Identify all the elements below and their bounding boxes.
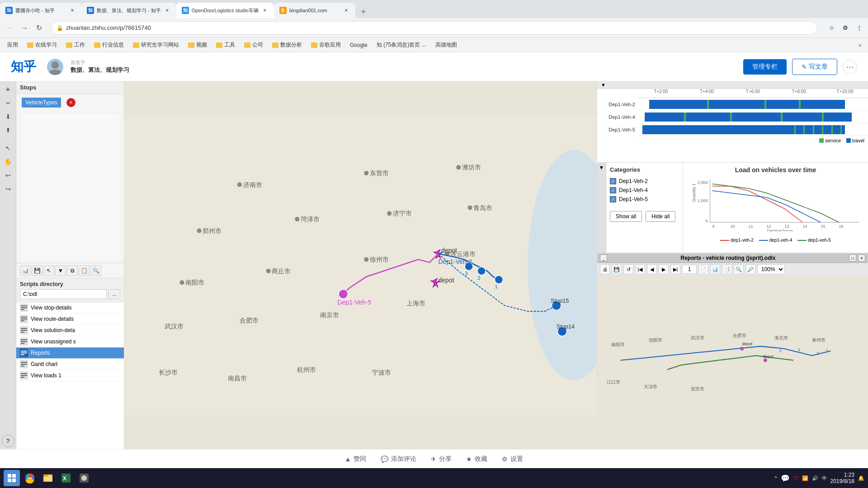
taskbar-excel-icon[interactable]: X	[58, 470, 74, 486]
scripts-dir-input[interactable]	[20, 289, 107, 299]
reports-close-button[interactable]: ×	[858, 254, 865, 262]
sidebar-redo[interactable]: ↪	[2, 183, 14, 195]
systray-volume-icon[interactable]: 🔊	[812, 475, 818, 481]
action-btn-save[interactable]: 💾	[32, 265, 42, 276]
taskbar-time[interactable]: 1:23 2019/8/18	[830, 472, 854, 484]
vehicle-types-item[interactable]: VehicleTypes	[22, 98, 61, 108]
scripts-browse-button[interactable]: ...	[108, 289, 120, 299]
taskbar-app-icon[interactable]	[76, 470, 92, 486]
systray-ime-icon[interactable]: 中	[822, 475, 827, 482]
tab-close-3[interactable]: ×	[261, 7, 269, 14]
systray-antivirus-icon[interactable]: 🛡	[793, 475, 798, 481]
script-item-view-stop-details[interactable]: View stop-details	[16, 302, 124, 314]
action-btn-paste[interactable]: 📋	[79, 265, 90, 276]
reports-first-page-button[interactable]: |◀	[635, 264, 645, 274]
categories-collapse-button[interactable]: ▼	[597, 163, 606, 253]
close-vehicle-types-button[interactable]: ×	[66, 98, 75, 107]
tab-close-2[interactable]: ×	[164, 7, 171, 14]
action-btn-search[interactable]: 🔍	[90, 265, 101, 276]
new-tab-button[interactable]: +	[357, 5, 370, 18]
category-checkbox-1[interactable]: ✓	[610, 178, 616, 184]
manage-column-button[interactable]: 管理专栏	[743, 59, 787, 75]
script-item-reports[interactable]: Reports	[16, 347, 124, 359]
reports-save-button[interactable]: 💾	[612, 264, 622, 274]
reports-minimize-button[interactable]: _	[600, 254, 607, 262]
share-action[interactable]: ✈ 分享	[431, 455, 452, 463]
reports-export-pdf-button[interactable]: 📑	[722, 264, 732, 274]
menu-icon[interactable]: ⋮	[854, 23, 864, 33]
script-item-view-unassigned[interactable]: View unassigned s	[16, 336, 124, 347]
sidebar-tool-3[interactable]: ⬇	[2, 110, 14, 123]
extensions-icon[interactable]: ⚙	[840, 23, 851, 33]
reports-refresh-button[interactable]: ↺	[623, 264, 633, 274]
bookmark-gaode[interactable]: 高德地图	[432, 40, 461, 50]
bookmark-tools[interactable]: 工具	[212, 40, 239, 50]
settings-action[interactable]: ⚙ 设置	[502, 455, 523, 463]
thumbs-up-action[interactable]: ▲ 赞同	[345, 455, 367, 463]
taskbar-explorer-icon[interactable]	[40, 470, 56, 486]
tab-1[interactable]: 知 覆國寺小吃 - 知乎 ×	[0, 3, 81, 18]
reports-zoom-in-button[interactable]: 🔍	[734, 264, 744, 274]
tab-close-4[interactable]: ×	[343, 7, 350, 14]
more-options-button[interactable]: ···	[843, 60, 857, 74]
reports-restore-button[interactable]: □	[849, 254, 856, 262]
sidebar-zoom-in[interactable]: +	[2, 83, 14, 96]
tab-close-1[interactable]: ×	[69, 7, 76, 14]
reports-export-excel-button[interactable]: 📊	[710, 264, 720, 274]
map-area[interactable]: 济南市 东营市 潍坊市 郑州市 菏泽市 济宁市 青岛市 南阳市 商丘市 徐州市 …	[124, 81, 597, 449]
bookmark-industry[interactable]: 行业信息	[90, 40, 127, 50]
sidebar-pan-tool[interactable]: ✋	[2, 155, 14, 168]
category-checkbox-3[interactable]: ✓	[610, 196, 616, 202]
reports-export-button[interactable]: 📄	[698, 264, 708, 274]
reports-last-page-button[interactable]: ▶|	[670, 264, 680, 274]
reports-zoom-select[interactable]: 100% 75% 125% 150%	[757, 264, 785, 274]
bookmark-more-button[interactable]: »	[856, 41, 864, 49]
refresh-button[interactable]: ↻	[33, 22, 45, 34]
bookmark-research[interactable]: 研究生学习网站	[129, 40, 183, 50]
gantt-collapse-button[interactable]: ▼	[601, 82, 606, 88]
script-item-view-route-details[interactable]: View route-details	[16, 314, 124, 325]
reports-prev-page-button[interactable]: ◀	[647, 264, 657, 274]
reports-next-page-button[interactable]: ▶	[659, 264, 669, 274]
bookmark-google-apps[interactable]: 谷歌应用	[307, 40, 344, 50]
reports-zoom-out-button[interactable]: 🔎	[745, 264, 755, 274]
sidebar-zoom-out[interactable]: −	[2, 97, 14, 109]
systray-wechat-icon[interactable]: 💬	[781, 474, 790, 483]
bookmark-online-learning[interactable]: 在线学习	[24, 40, 61, 50]
bookmark-star-icon[interactable]: ☆	[826, 23, 837, 33]
back-button[interactable]: ←	[4, 22, 16, 34]
taskbar-chrome-icon[interactable]	[22, 470, 38, 486]
hide-all-button[interactable]: Hide all	[646, 211, 675, 222]
systray-wifi-icon[interactable]: 📶	[802, 475, 808, 481]
show-all-button[interactable]: Show all	[610, 211, 642, 222]
bookmark-work[interactable]: 工作	[62, 40, 89, 50]
forward-button[interactable]: →	[18, 22, 31, 34]
reports-page-input[interactable]	[682, 265, 697, 274]
reports-print-button[interactable]: 🖨	[600, 264, 610, 274]
systray-notification-icon[interactable]: 🔔	[858, 475, 864, 481]
script-item-view-solution[interactable]: View solution-deta	[16, 325, 124, 336]
action-btn-copy[interactable]: ⧉	[67, 265, 78, 276]
tab-2[interactable]: 知 数据、算法、规划学习 - 知乎 ×	[81, 3, 176, 18]
bookmark-video[interactable]: 视频	[184, 40, 211, 50]
sidebar-undo[interactable]: ↩	[2, 169, 14, 182]
action-btn-select[interactable]: ↖	[43, 265, 54, 276]
systray-show-hidden-icon[interactable]: ^	[774, 475, 777, 481]
tab-4[interactable]: B bingdian001.com ×	[274, 3, 355, 18]
bookmark-zhihu-home[interactable]: 知 (75条消息)首页 ...	[373, 40, 430, 50]
comment-action[interactable]: 💬 添加评论	[381, 455, 416, 463]
collect-action[interactable]: ★ 收藏	[466, 455, 487, 463]
sidebar-help[interactable]: ?	[2, 435, 14, 447]
sidebar-tool-4[interactable]: ⬆	[2, 124, 14, 136]
bookmark-data-analysis[interactable]: 数据分析	[269, 40, 306, 50]
write-article-button[interactable]: ✎ 写文章	[792, 59, 837, 75]
bookmark-company[interactable]: 公司	[241, 40, 267, 50]
sidebar-select-tool[interactable]: ↖	[2, 142, 14, 155]
action-btn-filter[interactable]: ▼	[55, 265, 66, 276]
script-item-view-loads[interactable]: View loads 1	[16, 370, 124, 381]
category-checkbox-2[interactable]: ✓	[610, 187, 616, 193]
bookmark-apps[interactable]: 应用	[4, 40, 22, 50]
tab-3[interactable]: 知 OpenDoorLogistics studio车辆 ×	[176, 3, 274, 18]
start-button[interactable]	[4, 470, 20, 486]
bookmark-google[interactable]: Google	[346, 41, 371, 49]
